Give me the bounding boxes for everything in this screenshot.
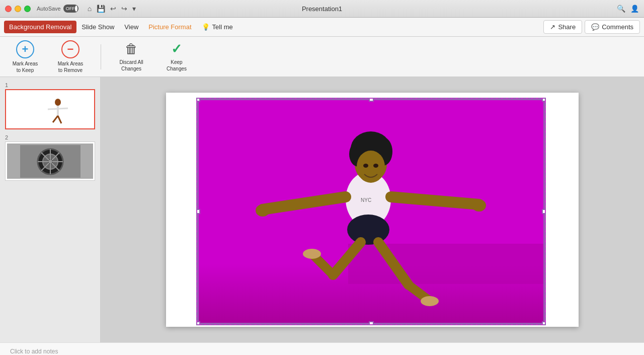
slide-thumbnail-2[interactable] bbox=[5, 141, 95, 181]
home-icon[interactable]: ⌂ bbox=[88, 5, 92, 13]
mark-keep-tool[interactable]: + Mark Areasto Keep bbox=[10, 40, 40, 74]
svg-point-23 bbox=[363, 164, 368, 168]
notes-area[interactable]: Click to add notes bbox=[0, 342, 644, 355]
comment-icon: 💬 bbox=[591, 23, 599, 31]
share-icon: ↗ bbox=[550, 23, 555, 31]
autosave: AutoSave OFF bbox=[37, 5, 78, 13]
svg-point-1 bbox=[55, 99, 61, 106]
menu-background-removal[interactable]: Background Removal bbox=[4, 21, 76, 33]
mark-remove-tool[interactable]: − Mark Areasto Remove bbox=[55, 40, 86, 74]
svg-line-26 bbox=[391, 197, 479, 204]
person-svg: NYC bbox=[197, 99, 546, 325]
mark-remove-icon: − bbox=[61, 40, 79, 58]
canvas-area: NYC bbox=[101, 77, 644, 342]
svg-point-28 bbox=[472, 199, 486, 211]
titlebar-controls: AutoSave OFF ⌂ 💾 ↩ ↪ ▾ bbox=[37, 5, 136, 13]
toggle-knob bbox=[75, 6, 77, 12]
mark-remove-label: Mark Areasto Remove bbox=[58, 60, 84, 74]
slide-panel: 1 2 bbox=[0, 77, 101, 342]
menu-right-actions: ↗ Share 💬 Comments bbox=[543, 20, 640, 34]
close-button[interactable] bbox=[5, 6, 12, 12]
svg-text:NYC: NYC bbox=[361, 197, 371, 203]
discard-label: Discard AllChanges bbox=[119, 59, 143, 72]
menubar: Background Removal Slide Show View Pictu… bbox=[0, 18, 644, 37]
toolbar-separator bbox=[101, 44, 101, 69]
slide-image[interactable]: NYC bbox=[196, 98, 546, 325]
more-icon[interactable]: ▾ bbox=[132, 5, 136, 13]
svg-line-25 bbox=[263, 197, 346, 209]
svg-point-27 bbox=[256, 204, 270, 217]
keep-label: KeepChanges bbox=[167, 59, 187, 72]
traffic-lights bbox=[5, 6, 31, 12]
mark-keep-label: Mark Areasto Keep bbox=[13, 60, 38, 74]
svg-point-34 bbox=[421, 296, 439, 306]
undo-icon[interactable]: ↩ bbox=[110, 5, 116, 13]
search-icon[interactable]: 🔍 bbox=[617, 5, 625, 13]
slide-thumbnail-1[interactable] bbox=[5, 89, 95, 129]
keep-tool[interactable]: ✓ KeepChanges bbox=[162, 41, 192, 72]
svg-point-22 bbox=[357, 151, 385, 183]
menu-picture-format[interactable]: Picture Format bbox=[143, 21, 196, 33]
fullscreen-button[interactable] bbox=[24, 6, 31, 12]
discard-icon: 🗑 bbox=[125, 41, 138, 57]
save-icon[interactable]: 💾 bbox=[97, 5, 105, 13]
redo-icon[interactable]: ↪ bbox=[121, 5, 127, 13]
minimize-button[interactable] bbox=[15, 6, 21, 12]
slide-2-preview-svg bbox=[20, 145, 80, 178]
slide-canvas[interactable]: NYC bbox=[166, 93, 579, 327]
titlebar: AutoSave OFF ⌂ 💾 ↩ ↪ ▾ Presentation1 🔍 👤 bbox=[0, 0, 644, 18]
slide-number-2: 2 bbox=[5, 134, 95, 140]
main-area: 1 2 bbox=[0, 77, 644, 342]
menu-slide-show[interactable]: Slide Show bbox=[76, 21, 119, 33]
toolbar: + Mark Areasto Keep − Mark Areasto Remov… bbox=[0, 37, 644, 77]
mark-keep-icon: + bbox=[16, 40, 34, 58]
svg-point-24 bbox=[373, 164, 378, 168]
titlebar-icons: ⌂ 💾 ↩ ↪ ▾ bbox=[88, 5, 136, 13]
keep-icon: ✓ bbox=[171, 41, 182, 57]
svg-line-3 bbox=[48, 108, 68, 109]
svg-line-29 bbox=[333, 242, 361, 275]
slide-preview-1 bbox=[8, 92, 93, 127]
autosave-label: AutoSave bbox=[37, 6, 61, 12]
lightbulb-icon: 💡 bbox=[202, 23, 210, 31]
menu-view[interactable]: View bbox=[119, 21, 143, 33]
share-button[interactable]: ↗ Share bbox=[543, 20, 582, 34]
account-icon[interactable]: 👤 bbox=[630, 5, 639, 13]
window-title: Presentation1 bbox=[302, 5, 342, 13]
menu-tell-me[interactable]: 💡 Tell me bbox=[197, 21, 238, 33]
titlebar-right: 🔍 👤 bbox=[617, 5, 639, 13]
discard-tool[interactable]: 🗑 Discard AllChanges bbox=[116, 41, 146, 72]
comments-button[interactable]: 💬 Comments bbox=[585, 20, 640, 34]
notes-placeholder: Click to add notes bbox=[10, 348, 58, 355]
toggle-off-label: OFF bbox=[66, 6, 75, 11]
svg-point-33 bbox=[303, 249, 321, 259]
svg-line-31 bbox=[378, 242, 409, 285]
slide-preview-2 bbox=[7, 144, 93, 179]
slide-1-preview-svg bbox=[20, 93, 80, 126]
autosave-toggle[interactable]: OFF bbox=[63, 5, 78, 13]
slide-number-1: 1 bbox=[5, 82, 95, 88]
